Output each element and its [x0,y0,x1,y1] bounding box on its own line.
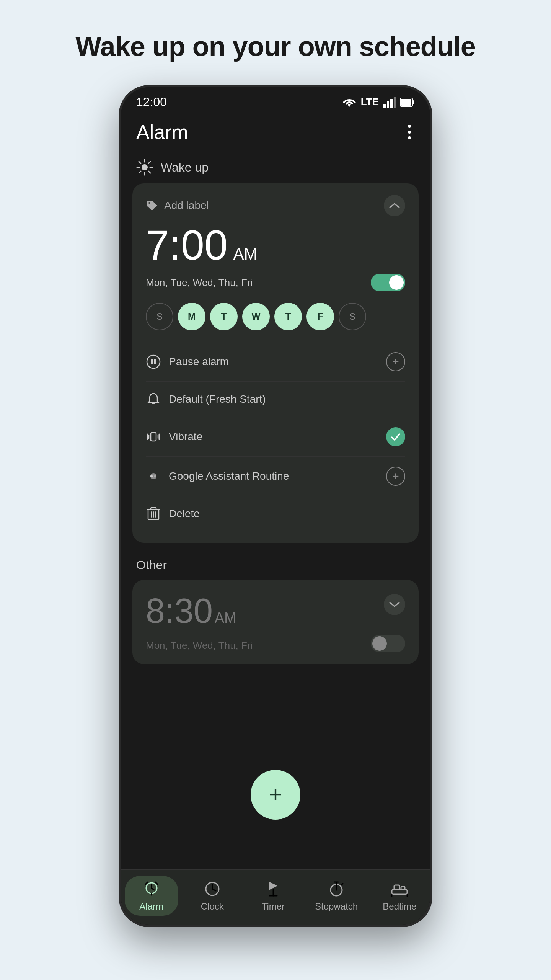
nav-alarm-label: Alarm [139,901,163,912]
alarm-label-row[interactable]: Add label [146,199,209,212]
alarm-card-2: 8:30 AM Mon, Tue, Wed, Thu, Fri [132,580,419,664]
delete-row[interactable]: Delete [146,496,405,531]
collapse-button-1[interactable] [384,195,405,216]
alarm-ampm-2: AM [215,610,236,626]
label-icon [146,200,159,211]
svg-rect-2 [390,99,393,108]
ringtone-icon [146,392,161,407]
nav-timer[interactable]: Timer [246,876,300,916]
alarm-days-row-1: Mon, Tue, Wed, Thu, Fri [146,274,405,291]
battery-icon [400,97,415,107]
svg-line-14 [148,162,150,163]
day-wed-label: W [252,311,261,322]
nav-alarm[interactable]: Alarm [125,876,178,916]
add-alarm-fab[interactable]: + [251,770,300,820]
trash-icon [147,506,160,521]
sun-icon [136,159,153,176]
alarm-days-text-2: Mon, Tue, Wed, Thu, Fri [146,640,253,652]
svg-point-25 [150,475,153,477]
svg-line-40 [212,889,216,891]
add-label-text: Add label [164,199,209,212]
nav-timer-label: Timer [262,901,285,912]
day-thu[interactable]: T [274,303,302,330]
svg-rect-50 [394,885,399,890]
pause-alarm-add-button[interactable]: + [386,352,405,371]
checkmark-icon [390,431,401,443]
google-assistant-row[interactable]: Google Assistant Routine + [146,456,405,496]
chevron-down-icon [389,601,400,608]
alarm-ampm: AM [233,245,258,263]
alarm-card-1-top: Add label [146,195,405,216]
svg-rect-17 [151,359,153,364]
day-mon-label: M [188,311,196,322]
alarm-nav-icon [142,880,161,898]
assistant-svg-icon [146,469,161,483]
vibrate-check[interactable] [386,427,405,446]
svg-rect-1 [387,101,389,108]
svg-line-34 [152,888,154,890]
svg-rect-49 [392,890,407,894]
status-icons: LTE [342,96,415,108]
pause-alarm-row[interactable]: Pause alarm + [146,342,405,381]
day-sun-label: S [156,311,163,322]
status-bar: 12:00 LTE [121,87,430,113]
alarm-toggle-2[interactable] [371,635,405,652]
chevron-up-icon [389,202,400,209]
svg-line-12 [139,162,141,163]
wake-up-label: Wake up [161,160,209,175]
other-section-header: Other [132,550,419,580]
page-headline: Wake up on your own schedule [75,31,475,62]
svg-rect-51 [401,887,405,890]
assistant-add-button[interactable]: + [386,467,405,486]
alarm-time-1[interactable]: 7:00 AM [146,224,405,266]
wake-up-header: Wake up [132,151,419,183]
svg-rect-3 [394,97,396,108]
bottom-nav: Alarm Clock Timer [121,869,430,925]
wifi-icon [342,97,356,108]
nav-bedtime[interactable]: Bedtime [373,876,426,916]
stopwatch-nav-icon [327,880,346,898]
vibrate-row[interactable]: Vibrate [146,417,405,456]
nav-clock[interactable]: Clock [186,876,239,916]
toggle-knob-1 [389,275,404,290]
svg-point-16 [147,355,160,368]
ringtone-row[interactable]: Default (Fresh Start) [146,381,405,417]
clock-nav-icon [203,880,222,898]
app-header: Alarm [121,113,430,151]
collapse-button-2[interactable] [384,594,405,615]
nav-stopwatch[interactable]: Stopwatch [307,876,365,916]
pause-alarm-label: Pause alarm [169,356,378,368]
lte-label: LTE [361,96,379,108]
vibrate-label: Vibrate [169,431,378,443]
day-sun[interactable]: S [146,303,173,330]
alarm-toggle-1[interactable] [371,274,405,291]
app-screen: Alarm Wake u [121,113,430,925]
alarm-time-2-value[interactable]: 8:30 [146,592,213,630]
bedtime-nav-icon [390,880,409,898]
alarm-time-value: 7:00 [146,221,228,268]
delete-icon [146,506,161,521]
ringtone-label: Default (Fresh Start) [169,393,405,405]
nav-stopwatch-label: Stopwatch [315,901,358,912]
delete-label: Delete [169,508,405,520]
pause-alarm-icon [146,354,161,369]
day-sat-label: S [349,311,355,322]
svg-marker-41 [269,882,277,890]
svg-rect-18 [154,359,156,364]
phone-frame: 12:00 LTE [119,85,432,927]
day-mon[interactable]: M [178,303,205,330]
nav-bedtime-label: Bedtime [383,901,416,912]
signal-icon [383,97,396,108]
add-icon: + [269,783,282,806]
day-wed[interactable]: W [242,303,270,330]
day-tue[interactable]: T [210,303,238,330]
toggle-knob-2 [372,636,387,651]
day-fri[interactable]: F [306,303,334,330]
svg-rect-5 [412,100,414,104]
day-sat[interactable]: S [339,303,366,330]
more-options-button[interactable] [404,121,415,143]
day-tue-label: T [221,311,227,322]
day-fri-label: F [318,311,323,322]
svg-line-48 [342,884,343,885]
svg-rect-0 [383,104,386,108]
